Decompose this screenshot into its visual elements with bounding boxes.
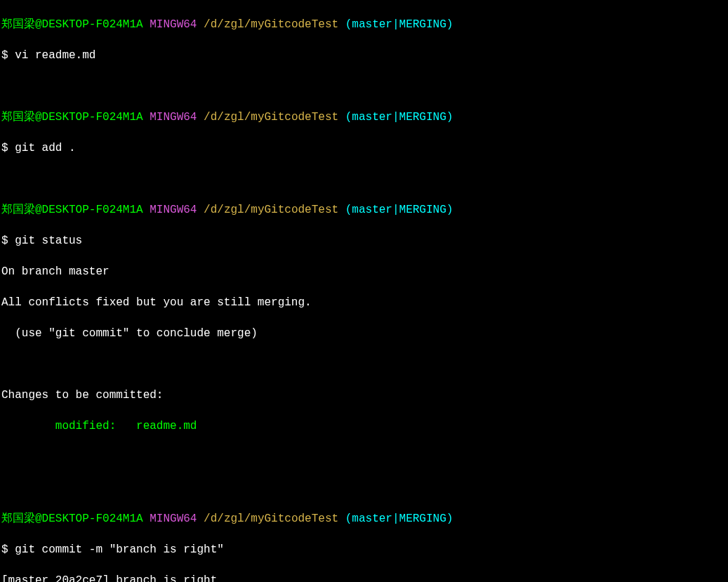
status-output: All conflicts fixed but you are still me…	[1, 295, 728, 310]
prompt-mingw: MINGW64	[150, 18, 197, 31]
prompt-line: 郑国梁@DESKTOP-F024M1A MINGW64 /d/zgl/myGit…	[1, 17, 728, 32]
prompt-line: 郑国梁@DESKTOP-F024M1A MINGW64 /d/zgl/myGit…	[1, 110, 728, 125]
cmd-line: $ git status	[1, 233, 728, 249]
prompt-line: 郑国梁@DESKTOP-F024M1A MINGW64 /d/zgl/myGit…	[1, 511, 728, 527]
status-output: Changes to be committed:	[1, 388, 728, 403]
prompt-host: DESKTOP-F024M1A	[42, 18, 143, 31]
command: git commit -m "branch is right"	[15, 543, 224, 556]
prompt-user: 郑国梁	[1, 18, 35, 31]
command: vi readme.md	[15, 49, 95, 62]
blank-line	[1, 357, 728, 372]
blank-line	[1, 171, 728, 187]
terminal-output[interactable]: 郑国梁@DESKTOP-F024M1A MINGW64 /d/zgl/myGit…	[0, 0, 728, 582]
blank-line	[1, 79, 728, 94]
status-output: (use "git commit" to conclude merge)	[1, 326, 728, 341]
prompt-path: /d/zgl/myGitcodeTest	[204, 18, 338, 31]
status-output: On branch master	[1, 264, 728, 279]
command: git add .	[15, 142, 75, 154]
commit-output: [master 20a2ce7] branch is right	[1, 573, 728, 582]
prompt-state: MERGING	[399, 18, 446, 31]
cmd-line: $ git commit -m "branch is right"	[1, 542, 728, 557]
blank-line	[1, 449, 728, 465]
cmd-line: $ vi readme.md	[1, 48, 728, 63]
status-modified: modified: readme.md	[1, 418, 728, 434]
blank-line	[1, 480, 728, 496]
command: git status	[15, 234, 82, 247]
prompt-line: 郑国梁@DESKTOP-F024M1A MINGW64 /d/zgl/myGit…	[1, 202, 728, 218]
cmd-line: $ git add .	[1, 140, 728, 156]
prompt-branch: master	[352, 18, 392, 31]
prompt-dollar: $	[1, 49, 15, 62]
